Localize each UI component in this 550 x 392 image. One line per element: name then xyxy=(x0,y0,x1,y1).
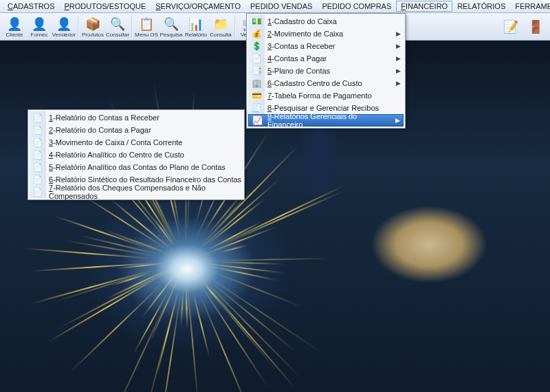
report-icon: 📄 xyxy=(32,124,43,135)
submenu-item-label: 4-Relatório Analítico do Centro de Custo xyxy=(49,151,184,159)
relatorios-gerenciais-submenu: 📄1-Relatório do Contas a Receber📄2-Relat… xyxy=(28,109,245,200)
menu-item-label: 4-Contas a Pagar xyxy=(267,54,327,63)
toolbar-right-icon: 🚪 xyxy=(527,19,544,35)
submenu-item-label: 7-Relatório dos Cheques Compensados e Nã… xyxy=(49,184,243,200)
consulta-icon: 📁 xyxy=(212,16,229,32)
toolbar-label: Pesquisa xyxy=(160,32,183,38)
toolbar-right-icon: 📝 xyxy=(503,19,519,35)
toolbar-label: Relatório xyxy=(185,32,207,38)
menu-item-label: 6-Cadastro Centro de Custo xyxy=(267,79,362,87)
menu-item-icon: 📑 xyxy=(251,65,262,76)
toolbar-fornec[interactable]: 👤Fornec xyxy=(27,14,52,40)
menu-pedido-vendas[interactable]: PEDIDO VENDAS xyxy=(245,1,317,12)
menu os-icon: 📋 xyxy=(138,16,155,32)
menu-item-icon: 🧾 xyxy=(251,102,262,113)
submenu-item-1[interactable]: 📄1-Relatório do Contas a Receber xyxy=(30,111,243,124)
relatório-icon: 📊 xyxy=(188,16,204,32)
toolbar-separator xyxy=(131,16,133,38)
menu-cadastros[interactable]: CADASTROS xyxy=(3,1,59,12)
menu-item-icon: 📄 xyxy=(251,53,262,64)
submenu-item-label: 1-Relatório do Contas a Receber xyxy=(49,113,160,122)
toolbar-label: Vendedor xyxy=(52,32,76,38)
menu-item-label: 2-Movimento de Caixa xyxy=(267,30,343,38)
toolbar-right-button[interactable]: 🚪 xyxy=(523,14,548,40)
submenu-item-7[interactable]: 📄7-Relatório dos Cheques Compensados e N… xyxy=(30,186,243,198)
submenu-item-4[interactable]: 📄4-Relatório Analítico do Centro de Cust… xyxy=(30,149,243,161)
menu-servi-o-or-amento[interactable]: SERVIÇO/ORÇAMENTO xyxy=(151,1,245,12)
menu-item-label: 8-Pesquisar e Gerenciar Recibos xyxy=(267,104,379,112)
toolbar-label: Consulta xyxy=(210,32,232,38)
toolbar-vendedor[interactable]: 👤Vendedor xyxy=(52,14,76,40)
submenu-arrow-icon: ▶ xyxy=(396,55,401,62)
menu-item-label: 5-Plano de Contas xyxy=(267,67,330,75)
menu-item-icon: 💵 xyxy=(251,16,262,27)
menu-pedido-compras[interactable]: PEDIDO COMPRAS xyxy=(317,1,396,12)
menu-item-label: 7-Tabela Forma de Pagamento xyxy=(267,91,372,100)
pesquisa-icon: 🔍 xyxy=(163,16,179,32)
toolbar-consultar[interactable]: 🔍Consultar xyxy=(105,14,130,40)
toolbar-separator xyxy=(78,16,79,38)
toolbar-label: Consultar xyxy=(106,32,129,38)
toolbar-pesquisa[interactable]: 🔍Pesquisa xyxy=(159,14,184,40)
report-icon: 📄 xyxy=(32,174,43,185)
menu-relat-rios[interactable]: RELATÓRIOS xyxy=(452,1,510,12)
toolbar-consulta[interactable]: 📁Consulta xyxy=(208,14,233,40)
menu-item-icon: 💰 xyxy=(251,28,262,39)
toolbar-label: Produtos xyxy=(82,32,104,38)
report-icon: 📄 xyxy=(32,162,43,173)
toolbar-label: Cliente xyxy=(6,32,23,38)
toolbar-relatório[interactable]: 📊Relatório xyxy=(184,14,208,40)
dropdown-item-2[interactable]: 💰2-Movimento de Caixa▶ xyxy=(248,28,404,40)
menu-item-label: 3-Contas a Receber xyxy=(267,42,335,50)
vendedor-icon: 👤 xyxy=(56,16,72,32)
financeiro-dropdown: 💵1-Cadastro do Caixa💰2-Movimento de Caix… xyxy=(246,13,406,129)
toolbar-produtos[interactable]: 📦Produtos xyxy=(80,14,105,40)
submenu-arrow-icon: ▶ xyxy=(395,117,400,124)
cliente-icon: 👤 xyxy=(6,16,23,32)
produtos-icon: 📦 xyxy=(85,16,101,32)
dropdown-item-4[interactable]: 📄4-Contas a Pagar▶ xyxy=(248,52,404,65)
submenu-arrow-icon: ▶ xyxy=(396,30,401,37)
consultar-icon: 🔍 xyxy=(109,16,126,32)
menu-item-icon: 💳 xyxy=(251,90,262,101)
submenu-item-5[interactable]: 📄5-Relatório Analítico das Contas do Pla… xyxy=(30,161,243,173)
report-icon: 📄 xyxy=(32,137,43,148)
toolbar-separator xyxy=(234,16,236,38)
menu-item-icon: 💲 xyxy=(251,41,262,52)
menu-produtos-estoque[interactable]: PRODUTOS/ESTOQUE xyxy=(59,1,151,12)
report-icon: 📄 xyxy=(32,112,43,123)
menu-financeiro[interactable]: FINANCEIRO xyxy=(396,1,452,12)
menu-item-label: 9-Relatórios Gerenciais do Financeiro xyxy=(267,112,393,129)
submenu-item-label: 2-Relatório do Contas a Pagar xyxy=(49,126,151,134)
submenu-item-label: 3-Movimento de Caixa / Conta Corrente xyxy=(49,138,182,146)
submenu-arrow-icon: ▶ xyxy=(396,80,401,87)
report-icon: 📄 xyxy=(32,186,43,197)
menubar: CADASTROSPRODUTOS/ESTOQUESERVIÇO/ORÇAMEN… xyxy=(0,0,550,13)
menu-item-icon: 📈 xyxy=(252,115,263,126)
menu-item-label: 1-Cadastro do Caixa xyxy=(267,17,337,25)
dropdown-item-9[interactable]: 📈9-Relatórios Gerenciais do Financeiro▶ xyxy=(248,114,404,127)
toolbar-cliente[interactable]: 👤Cliente xyxy=(2,14,27,40)
dropdown-item-3[interactable]: 💲3-Contas a Receber▶ xyxy=(248,40,404,52)
dropdown-item-1[interactable]: 💵1-Cadastro do Caixa xyxy=(248,15,404,28)
toolbar-label: Fornec xyxy=(31,32,48,38)
fornec-icon: 👤 xyxy=(31,16,47,32)
toolbar-label: Menu OS xyxy=(135,32,158,38)
submenu-arrow-icon: ▶ xyxy=(396,67,401,74)
dropdown-item-6[interactable]: 🏢6-Cadastro Centro de Custo▶ xyxy=(248,77,404,89)
dropdown-item-5[interactable]: 📑5-Plano de Contas▶ xyxy=(248,65,404,77)
submenu-item-label: 6-Relatório Sintético do Resultado Finan… xyxy=(49,175,241,184)
submenu-item-3[interactable]: 📄3-Movimento de Caixa / Conta Corrente xyxy=(30,136,243,149)
submenu-item-2[interactable]: 📄2-Relatório do Contas a Pagar xyxy=(30,124,243,136)
menu-item-icon: 🏢 xyxy=(251,78,262,89)
menu-ferramentas[interactable]: FERRAMENTAS xyxy=(510,1,550,12)
dropdown-item-7[interactable]: 💳7-Tabela Forma de Pagamento xyxy=(248,89,404,102)
toolbar-menu os[interactable]: 📋Menu OS xyxy=(134,14,159,40)
toolbar-right-button[interactable]: 📝 xyxy=(498,14,523,40)
report-icon: 📄 xyxy=(32,149,43,160)
submenu-arrow-icon: ▶ xyxy=(396,43,401,50)
submenu-item-label: 5-Relatório Analítico das Contas do Plan… xyxy=(49,163,226,171)
